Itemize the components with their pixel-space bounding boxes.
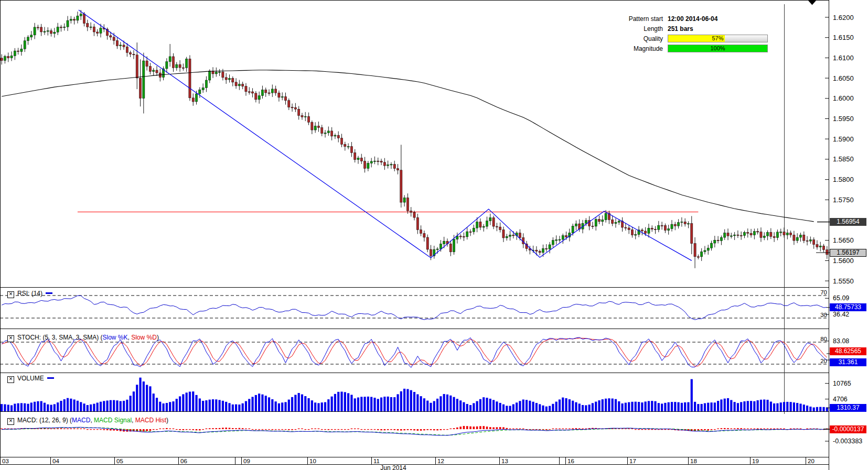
- pattern-magnitude-label: Magnitude: [618, 45, 668, 52]
- svg-text:36.42: 36.42: [833, 311, 849, 318]
- rsi-line-legend: [46, 292, 52, 294]
- macd-label-row: MACD: (12, 26, 9) (MACD, MACD Signal, MA…: [7, 417, 168, 425]
- stoch-label: STOCH: (5, 3, SMA, 3, SMA): [17, 334, 99, 341]
- volume-label: VOLUME: [17, 375, 44, 382]
- stoch-legend-slow-d: Slow %D: [131, 334, 157, 341]
- macd-value-badge: -0.0000137: [830, 425, 866, 433]
- svg-text:09: 09: [243, 458, 250, 464]
- svg-text:65.09: 65.09: [833, 294, 849, 302]
- quality-progress-bar: 57%: [668, 35, 768, 42]
- svg-text:-0.003383: -0.003383: [833, 438, 862, 445]
- last-price-badge: 1.56197: [830, 249, 866, 257]
- stoch-legend-slow-k: Slow %K: [103, 334, 128, 341]
- macd-legend-sep2: ,: [132, 417, 135, 424]
- svg-text:4706: 4706: [833, 396, 848, 403]
- svg-text:83.08: 83.08: [833, 337, 849, 345]
- rsi-value-badge: 48.75733: [830, 303, 866, 311]
- price-axis: 1.62001.61501.61001.60501.60001.59501.59…: [825, 14, 854, 285]
- svg-text:70: 70: [820, 289, 827, 296]
- svg-text:10: 10: [309, 458, 316, 464]
- svg-text:20: 20: [820, 358, 827, 364]
- svg-text:1.6000: 1.6000: [833, 94, 854, 102]
- macd-toggle-checkbox[interactable]: [7, 418, 14, 425]
- stoch-legend-close: ): [157, 334, 159, 341]
- current-bar-marker-icon: [808, 1, 816, 5]
- pattern-info-box: Pattern start 12:00 2014-06-04 Length 25…: [618, 14, 767, 53]
- sma-line: [2, 70, 830, 253]
- svg-text:1.5950: 1.5950: [833, 115, 854, 123]
- svg-text:1.5750: 1.5750: [833, 196, 854, 204]
- svg-text:11: 11: [373, 458, 380, 464]
- macd-panel: -0.003383: [1, 426, 862, 445]
- volume-toggle-checkbox[interactable]: [7, 376, 14, 383]
- svg-text:1.5650: 1.5650: [833, 236, 854, 244]
- svg-text:12: 12: [437, 458, 444, 464]
- volume-label-row: VOLUME: [7, 375, 54, 383]
- svg-text:30: 30: [820, 312, 827, 318]
- pattern-length-value: 251 bars: [668, 25, 693, 32]
- rsi-label: RSI: (14): [17, 290, 42, 297]
- svg-text:1.6200: 1.6200: [833, 14, 854, 21]
- svg-text:19: 19: [752, 458, 759, 464]
- pattern-start-label: Pattern start: [618, 15, 668, 23]
- magnitude-progress-bar: 100%: [668, 45, 768, 52]
- volume-line-legend: [47, 377, 54, 379]
- pattern-quality-row: Quality 57%: [618, 34, 767, 43]
- pattern-length-label: Length: [618, 25, 668, 32]
- svg-text:04: 04: [52, 458, 59, 464]
- svg-text:1.5550: 1.5550: [833, 277, 854, 285]
- macd-legend-close: ): [166, 417, 168, 424]
- rsi-label-row: RSI: (14): [7, 290, 52, 298]
- quality-percent-text: 57%: [668, 35, 767, 42]
- month-label: Jun 2014: [380, 464, 406, 470]
- pattern-start-row: Pattern start 12:00 2014-06-04: [618, 14, 767, 24]
- pattern-start-value: 12:00 2014-06-04: [668, 15, 717, 23]
- stoch-toggle-checkbox[interactable]: [7, 335, 14, 342]
- stoch-slow-d-badge: 48.62565: [830, 347, 866, 355]
- svg-text:1.6100: 1.6100: [833, 54, 854, 62]
- stoch-label-row: STOCH: (5, 3, SMA, 3, SMA) (Slow %K, Slo…: [7, 334, 159, 342]
- pattern-length-row: Length 251 bars: [618, 24, 767, 34]
- macd-legend-open: (: [68, 417, 72, 424]
- svg-text:1.5850: 1.5850: [833, 155, 854, 163]
- macd-line: [2, 427, 827, 435]
- svg-text:06: 06: [180, 458, 187, 464]
- svg-text:18: 18: [690, 458, 697, 464]
- macd-label: MACD: (12, 26, 9): [17, 417, 68, 424]
- svg-text:13: 13: [501, 458, 508, 464]
- time-axis: 0304050609101112131617181920Jun 2014: [1, 457, 815, 470]
- volume-bars: 107654706: [1, 378, 851, 411]
- svg-text:10765: 10765: [833, 380, 851, 387]
- svg-text:1.6150: 1.6150: [833, 34, 854, 41]
- svg-text:17: 17: [629, 458, 636, 464]
- svg-text:05: 05: [116, 458, 123, 464]
- svg-text:1.5800: 1.5800: [833, 176, 854, 183]
- stoch-legend-open: (: [99, 334, 102, 341]
- macd-legend-hist: MACD Hist: [135, 417, 166, 424]
- macd-legend-signal: MACD Signal: [94, 417, 132, 424]
- rsi-line: [2, 296, 827, 320]
- svg-text:16: 16: [567, 458, 574, 464]
- svg-text:03: 03: [2, 458, 9, 464]
- svg-text:20: 20: [808, 458, 815, 464]
- rsi-toggle-checkbox[interactable]: [7, 291, 14, 298]
- sma-value-badge: 1.56954: [830, 218, 866, 226]
- rsi-panel: 703065.0936.42: [0, 289, 849, 320]
- pattern-zigzag: [79, 10, 692, 260]
- macd-legend-macd: MACD: [72, 417, 90, 424]
- chart-canvas[interactable]: 1.62001.61501.61001.60501.60001.59501.59…: [0, 0, 868, 470]
- pattern-quality-label: Quality: [618, 35, 668, 42]
- svg-text:1.5600: 1.5600: [833, 257, 854, 265]
- volume-value-badge: 1310.37: [830, 404, 866, 412]
- svg-text:1.5900: 1.5900: [833, 135, 854, 143]
- trading-chart-window: 1.62001.61501.61001.60501.60001.59501.59…: [0, 0, 868, 470]
- pattern-magnitude-row: Magnitude 100%: [618, 43, 767, 53]
- svg-text:1.6050: 1.6050: [833, 74, 854, 82]
- magnitude-percent-text: 100%: [668, 45, 767, 52]
- stoch-slow-k-badge: 31.361: [830, 358, 866, 366]
